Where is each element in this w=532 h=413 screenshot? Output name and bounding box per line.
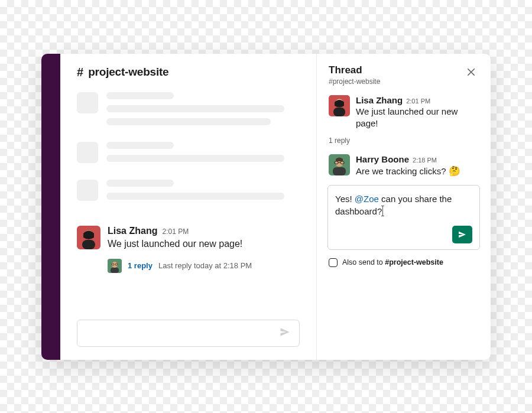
thinking-face-emoji: 🤔 (449, 166, 460, 176)
thread-text: Are we tracking clicks? 🤔 (356, 165, 479, 178)
channel-message[interactable]: Lisa Zhang 2:01 PM We just launched our … (64, 222, 313, 254)
svg-rect-2 (82, 240, 95, 249)
thread-message[interactable]: Lisa Zhang2:01 PM We just launched our n… (329, 95, 479, 130)
hash-icon: # (77, 66, 83, 79)
send-button[interactable] (452, 226, 472, 243)
workspace-sidebar (41, 54, 60, 360)
channel-name: project-website (88, 66, 168, 79)
channel-pane: # project-website (60, 54, 317, 360)
text-cursor-icon (382, 206, 383, 216)
replies-link[interactable]: 1 reply (128, 261, 153, 270)
last-reply-time: Last reply today at 2:18 PM (158, 261, 252, 270)
close-thread-button[interactable] (463, 64, 479, 82)
message-time: 2:01 PM (162, 227, 189, 236)
avatar-harry[interactable] (329, 154, 350, 175)
thread-header: Thread #project-website (317, 54, 491, 92)
message-author[interactable]: Lisa Zhang (108, 226, 157, 236)
svg-point-4 (112, 262, 118, 268)
also-send-label: Also send to #project-website (342, 258, 443, 266)
svg-rect-13 (333, 167, 346, 175)
message-text: We just launched our new page! (108, 238, 300, 251)
svg-rect-5 (111, 268, 119, 273)
mention[interactable]: @Zoe (355, 194, 379, 204)
thread-author[interactable]: Lisa Zhang (356, 95, 403, 105)
svg-rect-10 (333, 108, 345, 116)
channel-composer[interactable] (77, 320, 300, 347)
channel-header[interactable]: # project-website (64, 54, 313, 87)
thread-title: Thread (329, 64, 380, 76)
also-send-row[interactable]: Also send to #project-website (317, 256, 491, 269)
thread-composer[interactable]: Yes! @Zoe can you share the dashboard? (327, 185, 480, 250)
also-send-checkbox[interactable] (329, 258, 338, 267)
avatar-lisa[interactable] (77, 226, 100, 249)
thread-pane: Thread #project-website Lisa Zhang2:01 P… (317, 54, 491, 360)
send-icon[interactable] (279, 326, 291, 340)
thread-time: 2:01 PM (406, 97, 430, 105)
thread-message[interactable]: Harry Boone2:18 PM Are we tracking click… (329, 154, 479, 178)
thread-time: 2:18 PM (413, 157, 437, 164)
thread-author[interactable]: Harry Boone (356, 154, 409, 164)
thread-reply-count: 1 reply (317, 133, 491, 151)
thread-summary[interactable]: 1 reply Last reply today at 2:18 PM (64, 254, 313, 279)
thread-composer-text[interactable]: Yes! @Zoe can you share the dashboard? (335, 193, 472, 217)
app-window: # project-website (41, 54, 491, 360)
thread-subtitle: #project-website (329, 77, 380, 86)
avatar-harry-small (108, 259, 122, 273)
thread-text: We just launched our new page! (356, 106, 479, 130)
avatar-lisa[interactable] (329, 95, 350, 116)
message-placeholders (64, 87, 313, 222)
